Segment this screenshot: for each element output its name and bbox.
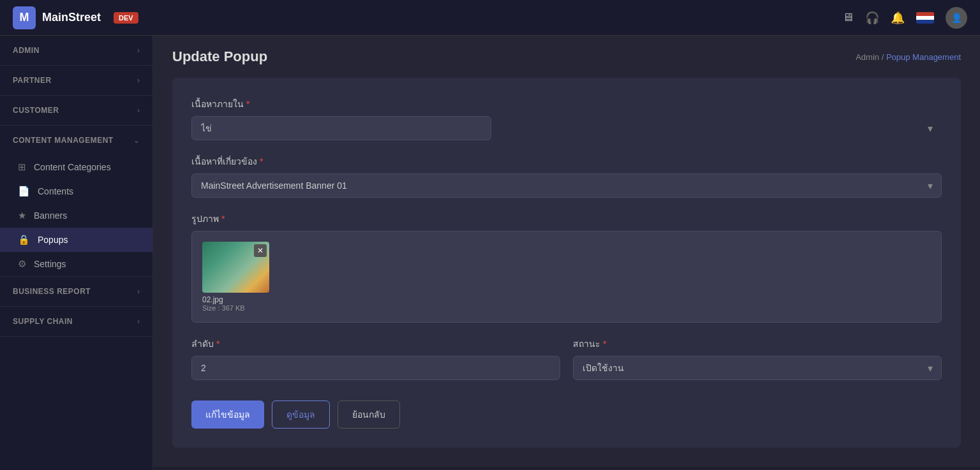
page-title: Update Popup: [172, 48, 267, 65]
sidebar-item-banners[interactable]: ★ Banners: [0, 203, 152, 228]
chevron-down-icon: ⌄: [133, 136, 140, 145]
sidebar-item-customer[interactable]: CUSTOMER ›: [0, 96, 152, 125]
image-upload-area[interactable]: ✕ 02.jpg Size : 367 KB: [191, 231, 942, 323]
chevron-right-icon: ›: [137, 287, 140, 296]
content-related-select-wrapper: MainStreet Advertisement Banner 01: [191, 173, 942, 198]
sidebar: ADMIN › PARTNER › CUSTOMER › CONTENT MAN…: [0, 36, 153, 470]
document-icon: 📄: [18, 186, 30, 197]
form-card: เนื้อหาภายใน * ไข่ อื่นๆ เนื้อหาที่เกี่ย…: [172, 78, 961, 448]
bell-icon[interactable]: 🔔: [891, 11, 905, 25]
breadcrumb: Admin / Popup Management: [856, 52, 961, 62]
back-button[interactable]: ย้อนกลับ: [338, 400, 400, 429]
logo-icon: M: [13, 6, 36, 29]
order-input[interactable]: [191, 356, 560, 380]
field-image: รูปภาพ * ✕ 02.jpg Size : 367 KB: [191, 212, 942, 323]
form-actions: แก้ไขข้อมูล ดูข้อมูล ย้อนกลับ: [191, 400, 942, 429]
user-avatar[interactable]: 👤: [946, 7, 967, 29]
topbar-right: 🖥 🎧 🔔 👤: [842, 7, 967, 29]
content-inside-select[interactable]: ไข่ อื่นๆ: [191, 116, 491, 140]
sidebar-item-contents[interactable]: 📄 Contents: [0, 179, 152, 203]
sidebar-item-business-report[interactable]: BUSINESS REPORT ›: [0, 277, 152, 306]
topbar: M MainStreet DEV 🖥 🎧 🔔 👤: [0, 0, 980, 36]
breadcrumb-parent: Admin: [856, 52, 879, 62]
image-size: Size : 367 KB: [202, 304, 269, 312]
content-inside-select-wrapper: ไข่ อื่นๆ: [191, 116, 942, 140]
label-status: สถานะ *: [573, 337, 942, 351]
main-content: Update Popup Admin / Popup Management เน…: [153, 36, 980, 470]
sidebar-item-content-categories[interactable]: ⊞ Content Categories: [0, 155, 152, 179]
layers-icon: ⊞: [18, 161, 26, 173]
headset-icon[interactable]: 🎧: [865, 11, 879, 25]
status-select[interactable]: เปิดใช้งาน ปิดใช้งาน: [573, 356, 942, 380]
main-header: Update Popup Admin / Popup Management: [153, 36, 980, 71]
sidebar-section-business-report: BUSINESS REPORT ›: [0, 277, 152, 307]
field-row-order-status: ลำดับ * สถานะ * เปิดใช้งาน: [191, 337, 942, 394]
logo: M MainStreet DEV: [13, 6, 138, 29]
sidebar-section-admin: ADMIN ›: [0, 36, 152, 66]
dev-badge: DEV: [114, 12, 138, 24]
content-related-select[interactable]: MainStreet Advertisement Banner 01: [191, 173, 942, 198]
field-content-inside: เนื้อหาภายใน * ไข่ อื่นๆ: [191, 97, 942, 140]
sidebar-section-supply-chain: SUPPLY CHAIN ›: [0, 307, 152, 337]
field-content-related: เนื้อหาที่เกี่ยวข้อง * MainStreet Advert…: [191, 154, 942, 198]
sidebar-item-settings[interactable]: ⚙ Settings: [0, 252, 152, 276]
image-filename: 02.jpg: [202, 295, 269, 304]
label-content-related: เนื้อหาที่เกี่ยวข้อง *: [191, 154, 942, 168]
lock-icon: 🔒: [18, 234, 30, 246]
field-order: ลำดับ *: [191, 337, 560, 380]
breadcrumb-current[interactable]: Popup Management: [886, 52, 961, 62]
logo-text: MainStreet: [42, 11, 101, 24]
image-info: 02.jpg Size : 367 KB: [202, 295, 269, 312]
chevron-right-icon: ›: [137, 106, 140, 115]
layout: ADMIN › PARTNER › CUSTOMER › CONTENT MAN…: [0, 36, 980, 470]
chevron-right-icon: ›: [137, 76, 140, 85]
chevron-right-icon: ›: [137, 46, 140, 55]
form-container: เนื้อหาภายใน * ไข่ อื่นๆ เนื้อหาที่เกี่ย…: [153, 71, 980, 467]
language-flag[interactable]: [916, 12, 934, 24]
status-select-wrapper: เปิดใช้งาน ปิดใช้งาน: [573, 356, 942, 380]
sidebar-section-customer: CUSTOMER ›: [0, 96, 152, 126]
view-button[interactable]: ดูข้อมูล: [272, 400, 330, 429]
image-thumbnail: ✕ 02.jpg Size : 367 KB: [202, 242, 269, 312]
sidebar-section-partner: PARTNER ›: [0, 66, 152, 96]
sidebar-section-content-management: CONTENT MANAGEMENT ⌄ ⊞ Content Categorie…: [0, 126, 152, 277]
footer: © 2024 Tech Origin Co. Ltd. All rights r…: [153, 467, 980, 470]
sidebar-item-partner[interactable]: PARTNER ›: [0, 66, 152, 95]
label-content-inside: เนื้อหาภายใน *: [191, 97, 942, 111]
sidebar-item-popups[interactable]: 🔒 Popups: [0, 228, 152, 252]
field-status: สถานะ * เปิดใช้งาน ปิดใช้งาน: [573, 337, 942, 380]
breadcrumb-separator: /: [882, 52, 886, 62]
gear-icon: ⚙: [18, 258, 26, 270]
sidebar-item-content-management[interactable]: CONTENT MANAGEMENT ⌄: [0, 126, 152, 155]
sidebar-item-admin[interactable]: ADMIN ›: [0, 36, 152, 65]
remove-image-button[interactable]: ✕: [254, 244, 267, 257]
sidebar-item-supply-chain[interactable]: SUPPLY CHAIN ›: [0, 307, 152, 336]
chevron-right-icon: ›: [137, 317, 140, 326]
star-icon: ★: [18, 210, 26, 221]
monitor-icon[interactable]: 🖥: [842, 11, 854, 24]
label-image: รูปภาพ *: [191, 212, 942, 226]
edit-button[interactable]: แก้ไขข้อมูล: [191, 400, 264, 429]
label-order: ลำดับ *: [191, 337, 560, 351]
